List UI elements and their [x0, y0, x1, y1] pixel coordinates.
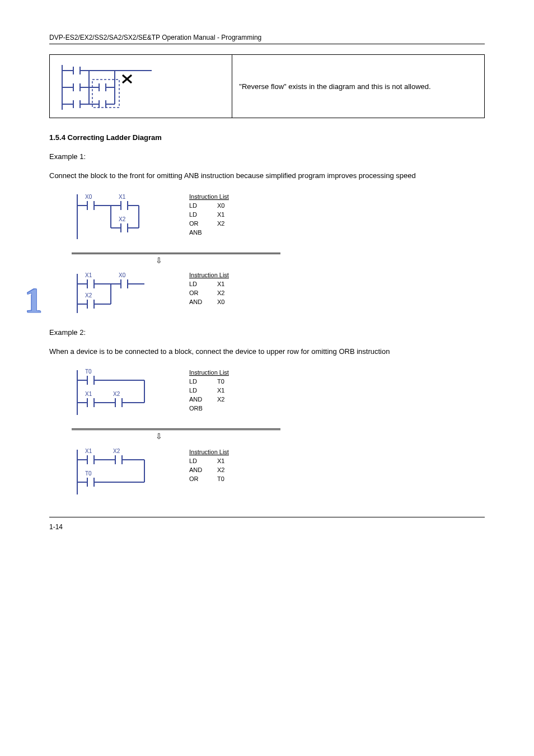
ladder-diagram-1a: X0 X1 X2 Instruction List LDX0 LDX1 ORX2… — [72, 189, 262, 245]
separator-bar-2 — [72, 428, 280, 431]
svg-text:X0: X0 — [217, 298, 224, 305]
table-row: "Reverse flow" exists in the diagram and… — [50, 55, 485, 118]
svg-text:X2: X2 — [217, 396, 224, 403]
svg-text:X2: X2 — [113, 391, 120, 397]
table-cell-left — [50, 55, 232, 118]
svg-text:LD: LD — [189, 281, 197, 287]
table-right-text: "Reverse flow" exists in the diagram and… — [239, 82, 430, 91]
svg-text:X2: X2 — [85, 292, 92, 298]
separator-bar — [72, 253, 280, 255]
ladder-diagram-1b: X1 X2 X0 Instruction List LDX1 ORX2 ANDX… — [72, 268, 262, 319]
svg-text:X2: X2 — [113, 448, 120, 454]
example-1-label: Example 1: — [49, 151, 485, 163]
svg-text:Instruction List: Instruction List — [189, 449, 229, 455]
svg-text:X1: X1 — [217, 458, 224, 464]
svg-text:X2: X2 — [119, 216, 126, 222]
svg-text:LD: LD — [189, 458, 197, 464]
svg-text:T0: T0 — [217, 475, 224, 482]
example-2-text: When a device is to be connected to a bl… — [49, 346, 485, 358]
svg-text:AND: AND — [189, 298, 202, 305]
svg-text:LD: LD — [189, 202, 197, 209]
svg-text:X1: X1 — [217, 387, 224, 394]
svg-text:X2: X2 — [217, 220, 224, 227]
svg-text:X1: X1 — [85, 448, 92, 454]
svg-text:LD: LD — [189, 211, 197, 218]
svg-text:X0: X0 — [85, 194, 92, 200]
table-cell-right: "Reverse flow" exists in the diagram and… — [232, 55, 485, 118]
svg-text:X1: X1 — [217, 281, 224, 287]
svg-text:Instruction List: Instruction List — [189, 272, 229, 278]
svg-text:T0: T0 — [217, 378, 224, 385]
svg-text:ANB: ANB — [189, 229, 202, 236]
svg-text:ORB: ORB — [189, 405, 203, 412]
ladder-diagram-2b: X1 X2 T0 Instruction List LDX1 ANDX2 ORT… — [72, 444, 262, 500]
svg-text:X0: X0 — [217, 202, 224, 209]
svg-text:Instruction List: Instruction List — [189, 193, 229, 200]
svg-text:LD: LD — [189, 378, 197, 385]
svg-text:T0: T0 — [85, 470, 92, 477]
svg-text:OR: OR — [189, 220, 199, 227]
ladder-reverse-flow-diagram — [57, 59, 157, 113]
diagram-table: "Reverse flow" exists in the diagram and… — [49, 54, 485, 118]
section-heading: 1.5.4 Correcting Ladder Diagram — [49, 132, 485, 144]
svg-text:X1: X1 — [217, 211, 224, 218]
svg-text:X2: X2 — [217, 290, 224, 296]
svg-text:T0: T0 — [85, 368, 92, 375]
page-number: 1-14 — [49, 523, 63, 531]
header-title: DVP-ES2/EX2/SS2/SA2/SX2/SE&TP Operation … — [49, 34, 261, 41]
svg-text:X0: X0 — [119, 272, 126, 278]
svg-text:AND: AND — [189, 396, 202, 403]
svg-text:X1: X1 — [85, 272, 92, 278]
ladder-diagram-2a: T0 X1 X2 Instruction List LDT0 LDX1 ANDX… — [72, 365, 262, 421]
svg-text:OR: OR — [189, 290, 199, 296]
arrow-down-icon: ⇩ — [72, 256, 485, 265]
svg-text:X1: X1 — [119, 194, 126, 200]
svg-text:OR: OR — [189, 475, 199, 482]
example-2-label: Example 2: — [49, 326, 485, 339]
page-footer: 1-14 — [49, 517, 485, 531]
svg-text:LD: LD — [189, 387, 197, 394]
svg-text:X1: X1 — [85, 391, 92, 397]
example-1-text: Connect the block to the front for omitt… — [49, 170, 485, 182]
chapter-number-decoration: 1 — [25, 280, 43, 321]
svg-text:X2: X2 — [217, 466, 224, 473]
page-header: DVP-ES2/EX2/SS2/SA2/SX2/SE&TP Operation … — [49, 34, 485, 44]
svg-text:Instruction List: Instruction List — [189, 369, 229, 376]
arrow-down-icon-2: ⇩ — [72, 432, 485, 441]
svg-text:AND: AND — [189, 466, 202, 473]
